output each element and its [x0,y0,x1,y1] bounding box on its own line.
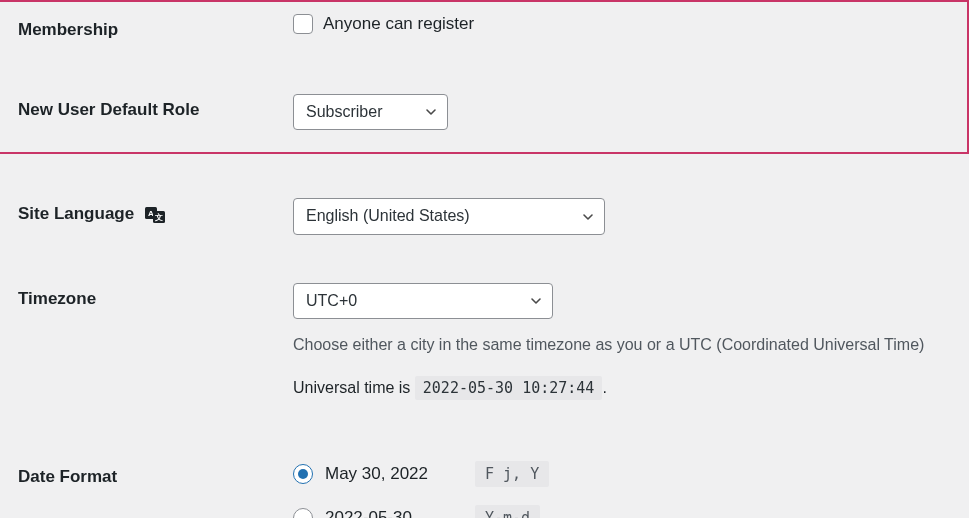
date-format-radio-0[interactable] [293,464,313,484]
svg-text:文: 文 [154,213,163,222]
universal-time-value: 2022-05-30 10:27:44 [415,376,603,400]
date-format-radio-group: May 30, 2022 F j, Y 2022-05-30 Y-m-d 05/… [293,461,969,518]
site-language-label: Site Language A 文 [18,198,293,224]
new-user-role-select[interactable]: Subscriber [293,94,448,130]
date-format-code-0: F j, Y [475,461,549,487]
universal-time-line: Universal time is 2022-05-30 10:27:44. [293,379,969,397]
date-format-code-1: Y-m-d [475,505,540,518]
date-format-radio-1[interactable] [293,508,313,518]
membership-checkbox[interactable] [293,14,313,34]
date-format-label: Date Format [18,461,293,487]
membership-label: Membership [18,14,293,40]
date-format-option-1[interactable]: 2022-05-30 Y-m-d [293,505,969,518]
site-language-select[interactable]: English (United States) [293,198,605,234]
timezone-description: Choose either a city in the same timezon… [293,333,969,357]
timezone-label: Timezone [18,283,293,309]
membership-highlight-box: Membership Anyone can register New User … [0,0,969,154]
translate-icon: A 文 [145,207,165,223]
membership-checkbox-label: Anyone can register [323,14,474,34]
new-user-role-label: New User Default Role [18,94,293,120]
date-format-option-0[interactable]: May 30, 2022 F j, Y [293,461,969,487]
membership-checkbox-wrap[interactable]: Anyone can register [293,14,967,34]
timezone-select[interactable]: UTC+0 [293,283,553,319]
